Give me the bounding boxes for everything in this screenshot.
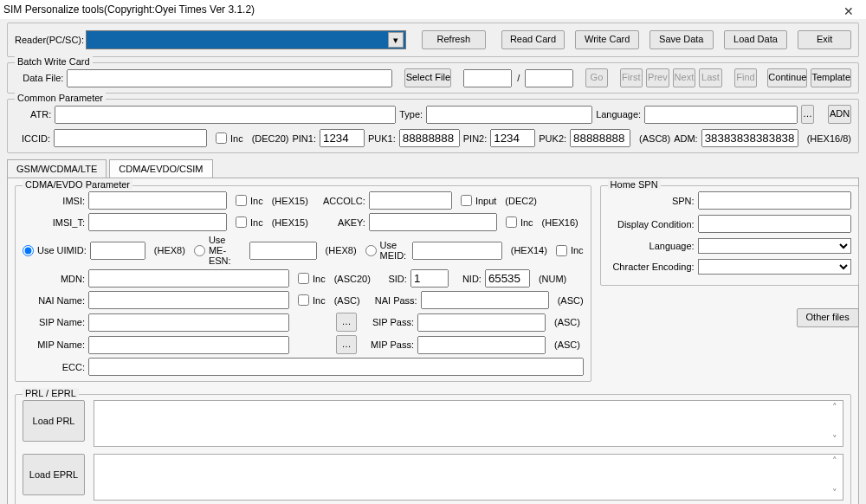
atr-input[interactable] [55, 106, 396, 124]
imsi-inc-check[interactable] [236, 195, 247, 206]
nai-input[interactable] [88, 291, 289, 309]
datafile-input[interactable] [67, 69, 392, 87]
load-prl-button[interactable]: Load PRL [23, 400, 85, 442]
find-button[interactable]: Find [734, 68, 758, 87]
lang-input[interactable] [644, 106, 798, 124]
puk2-input[interactable] [570, 129, 630, 147]
puk1-input[interactable] [399, 129, 460, 147]
window-title: SIM Personalize tools(Copyright:Oyei Tim… [3, 3, 255, 16]
sip-input[interactable] [88, 313, 289, 332]
nai-inc-check[interactable] [298, 294, 309, 306]
other-files-button[interactable]: Other files [797, 308, 859, 327]
akey-input[interactable] [369, 213, 497, 231]
mdn-label: MDN: [23, 274, 85, 284]
sip-more-button[interactable]: … [336, 313, 357, 332]
tab-gsm[interactable]: GSM/WCDMA/LTE [7, 159, 107, 178]
scrollbar-icon[interactable]: ˄˅ [828, 402, 842, 445]
cdma-card: CDMA/EVDO Parameter IMSI: Inc (HEX15) AC… [15, 185, 591, 382]
type-input[interactable] [426, 106, 592, 124]
use-meesn-radio[interactable] [194, 245, 205, 256]
refresh-button[interactable]: Refresh [422, 30, 486, 49]
reader-card: Reader(PC/SC): Refresh Read Card Write C… [7, 23, 859, 57]
prl-textarea[interactable]: ˄˅ [94, 400, 843, 447]
iccid-input[interactable] [54, 129, 207, 147]
mdn-input[interactable] [88, 269, 289, 288]
meesn-input[interactable] [249, 242, 317, 260]
reader-dropdown[interactable] [86, 30, 406, 49]
use-uimid-radio[interactable] [23, 245, 34, 256]
title-bar: SIM Personalize tools(Copyright:Oyei Tim… [0, 0, 866, 19]
tab-strip: GSM/WCDMA/LTE CDMA/EVDO/CSIM [7, 158, 859, 178]
meid-input[interactable] [412, 242, 502, 260]
batch-pos-from[interactable] [463, 69, 512, 87]
imsit-label: IMSI_T: [23, 217, 85, 228]
home-lang-select[interactable] [698, 238, 851, 254]
save-data-button[interactable]: Save Data [650, 30, 714, 49]
go-button[interactable]: Go [585, 68, 607, 87]
prev-button[interactable]: Prev [646, 68, 669, 87]
accolc-input-check[interactable] [461, 195, 472, 206]
naip-input[interactable] [421, 291, 549, 309]
mdn-inc-check[interactable] [298, 273, 309, 284]
read-card-button[interactable]: Read Card [501, 30, 565, 49]
tab-body: CDMA/EVDO Parameter IMSI: Inc (HEX15) AC… [7, 178, 859, 504]
iccid-inc-check[interactable] [216, 132, 227, 144]
lang-more-button[interactable]: … [801, 105, 814, 124]
imsit-input[interactable] [88, 213, 227, 231]
asc8: (ASC8) [639, 133, 670, 144]
akey-label: AKEY: [312, 217, 365, 228]
ecc-label: ECC: [23, 362, 85, 372]
scrollbar-icon[interactable]: ˄˅ [828, 456, 842, 499]
disp-input[interactable] [698, 215, 851, 233]
select-file-button[interactable]: Select File [404, 68, 451, 87]
first-button[interactable]: First [620, 68, 643, 87]
batch-legend: Batch Write Card [15, 56, 93, 67]
sipp-label: SIP Pass: [360, 317, 414, 327]
sid-label: SID: [374, 274, 407, 284]
meid-inc-check[interactable] [556, 245, 567, 256]
ecc-input[interactable] [88, 358, 584, 376]
close-icon[interactable]: ✕ [843, 2, 854, 21]
home-legend: Home SPN [608, 179, 661, 190]
iccid-label: ICCID: [15, 133, 50, 144]
sipp-input[interactable] [417, 313, 546, 332]
sip-label: SIP Name: [23, 317, 85, 327]
template-button[interactable]: Template [811, 68, 851, 87]
eprl-textarea[interactable]: ˄˅ [94, 454, 843, 501]
continue-button[interactable]: Continue [767, 68, 807, 87]
tab-cdma[interactable]: CDMA/EVDO/CSIM [109, 159, 212, 178]
accolc-label: ACCOLC: [312, 196, 365, 206]
exit-button[interactable]: Exit [798, 30, 851, 49]
akey-inc-check[interactable] [506, 216, 517, 228]
atr-label: ATR: [15, 109, 51, 120]
home-enc-select[interactable] [698, 259, 851, 275]
mip-more-button[interactable]: … [336, 335, 357, 354]
adm-input[interactable] [701, 129, 798, 147]
uimid-input[interactable] [90, 242, 145, 260]
iccid-inc-label: Inc [230, 133, 243, 144]
imsit-inc-check[interactable] [236, 216, 247, 228]
puk1-label: PUK1: [368, 133, 396, 144]
home-spn-card: Home SPN SPN: Display Condition: Languag… [600, 185, 859, 286]
nid-label: NID: [452, 274, 481, 284]
adm-label: ADM: [674, 133, 698, 144]
load-data-button[interactable]: Load Data [724, 30, 788, 49]
mip-input[interactable] [88, 336, 289, 354]
pin1-input[interactable] [320, 129, 365, 147]
use-meid-radio[interactable] [365, 245, 377, 256]
last-button[interactable]: Last [699, 68, 722, 87]
common-legend: Common Parameter [15, 93, 106, 103]
load-eprl-button[interactable]: Load EPRL [23, 454, 85, 495]
imsi-input[interactable] [88, 191, 227, 210]
pin2-input[interactable] [490, 129, 535, 147]
mipp-label: MIP Pass: [360, 339, 414, 350]
adn-button[interactable]: ADN [828, 105, 851, 124]
mipp-input[interactable] [417, 336, 546, 354]
write-card-button[interactable]: Write Card [575, 30, 639, 49]
sid-input[interactable] [410, 269, 449, 288]
spn-input[interactable] [698, 191, 851, 210]
accolc-input[interactable] [369, 191, 452, 210]
nid-input[interactable] [485, 269, 530, 288]
next-button[interactable]: Next [673, 68, 696, 87]
batch-pos-to[interactable] [525, 69, 573, 87]
